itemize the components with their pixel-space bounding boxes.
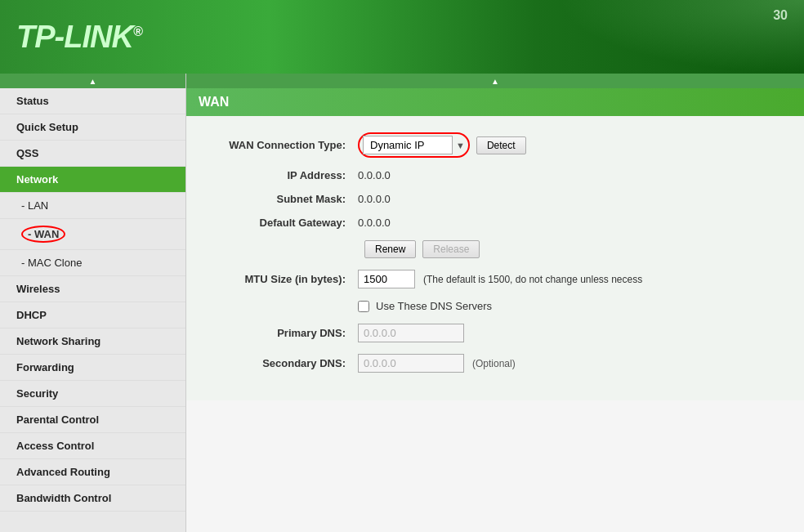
wan-connection-type-select[interactable]: Dynamic IP Static IP PPPoE L2TP PPTP	[363, 136, 453, 154]
use-dns-label: Use These DNS Servers	[376, 300, 492, 312]
primary-dns-label: Primary DNS:	[211, 327, 358, 339]
sidebar-item-dhcp[interactable]: DHCP	[0, 302, 185, 329]
sidebar-item-parental-control[interactable]: Parental Control	[0, 407, 185, 433]
subnet-mask-label: Subnet Mask:	[211, 193, 358, 205]
connection-type-label: WAN Connection Type:	[211, 139, 358, 151]
page-title: WAN	[186, 88, 804, 116]
select-arrow-icon: ▼	[456, 141, 465, 150]
sidebar-item-bandwidth-control[interactable]: Bandwidth Control	[0, 485, 185, 512]
sidebar-item-quick-setup[interactable]: Quick Setup	[0, 114, 185, 141]
wan-form: WAN Connection Type: Dynamic IP Static I…	[186, 116, 804, 400]
secondary-dns-label: Secondary DNS:	[211, 357, 358, 369]
content-area: WAN WAN Connection Type: Dynamic IP Stat…	[186, 74, 804, 532]
sidebar-item-access-control[interactable]: Access Control	[0, 433, 185, 459]
mtu-label: MTU Size (in bytes):	[211, 273, 358, 285]
main-layout: Status Quick Setup QSS Network - LAN - W…	[0, 74, 804, 532]
ip-address-row: IP Address: 0.0.0.0	[211, 169, 779, 181]
connection-type-row: WAN Connection Type: Dynamic IP Static I…	[211, 132, 779, 158]
sidebar-item-qss[interactable]: QSS	[0, 141, 185, 167]
sidebar-item-network[interactable]: Network	[0, 167, 185, 193]
tp-link-logo: TP-LINK®	[16, 20, 142, 55]
subnet-mask-row: Subnet Mask: 0.0.0.0	[211, 193, 779, 205]
ip-address-label: IP Address:	[211, 169, 358, 181]
renew-button[interactable]: Renew	[364, 240, 416, 258]
mtu-hint: (The default is 1500, do not change unle…	[423, 274, 642, 285]
mtu-row: MTU Size (in bytes): (The default is 150…	[211, 270, 779, 288]
sidebar-item-mac-clone[interactable]: - MAC Clone	[0, 250, 185, 276]
ip-address-value: 0.0.0.0	[358, 169, 391, 181]
wan-circle: - WAN	[21, 226, 65, 243]
sidebar-item-forwarding[interactable]: Forwarding	[0, 355, 185, 381]
detect-button[interactable]: Detect	[476, 136, 526, 154]
sidebar-scroll-up[interactable]	[0, 74, 185, 88]
sidebar-item-status[interactable]: Status	[0, 88, 185, 114]
renew-release-row: Renew Release	[211, 240, 779, 258]
release-button[interactable]: Release	[422, 240, 480, 258]
sidebar-item-advanced-routing[interactable]: Advanced Routing	[0, 459, 185, 485]
sidebar: Status Quick Setup QSS Network - LAN - W…	[0, 74, 186, 532]
sidebar-item-security[interactable]: Security	[0, 381, 185, 407]
content-scroll-up[interactable]	[186, 74, 804, 88]
sidebar-item-lan[interactable]: - LAN	[0, 193, 185, 219]
sidebar-item-wan[interactable]: - WAN	[0, 219, 185, 250]
primary-dns-input[interactable]	[358, 324, 464, 342]
default-gateway-row: Default Gateway: 0.0.0.0	[211, 217, 779, 229]
header: TP-LINK® 30	[0, 0, 804, 74]
secondary-dns-input[interactable]	[358, 354, 464, 373]
default-gateway-value: 0.0.0.0	[358, 217, 391, 229]
sidebar-item-wireless[interactable]: Wireless	[0, 276, 185, 302]
wan-type-circle: Dynamic IP Static IP PPPoE L2TP PPTP ▼	[358, 132, 470, 158]
use-dns-row: Use These DNS Servers	[211, 300, 779, 312]
optional-text: (Optional)	[472, 358, 516, 369]
use-dns-checkbox[interactable]	[358, 301, 369, 312]
default-gateway-label: Default Gateway:	[211, 217, 358, 229]
secondary-dns-row: Secondary DNS: (Optional)	[211, 354, 779, 373]
mtu-input[interactable]	[358, 270, 415, 288]
primary-dns-row: Primary DNS:	[211, 324, 779, 342]
sidebar-item-network-sharing[interactable]: Network Sharing	[0, 329, 185, 355]
subnet-mask-value: 0.0.0.0	[358, 193, 391, 205]
header-number: 30	[773, 8, 788, 23]
